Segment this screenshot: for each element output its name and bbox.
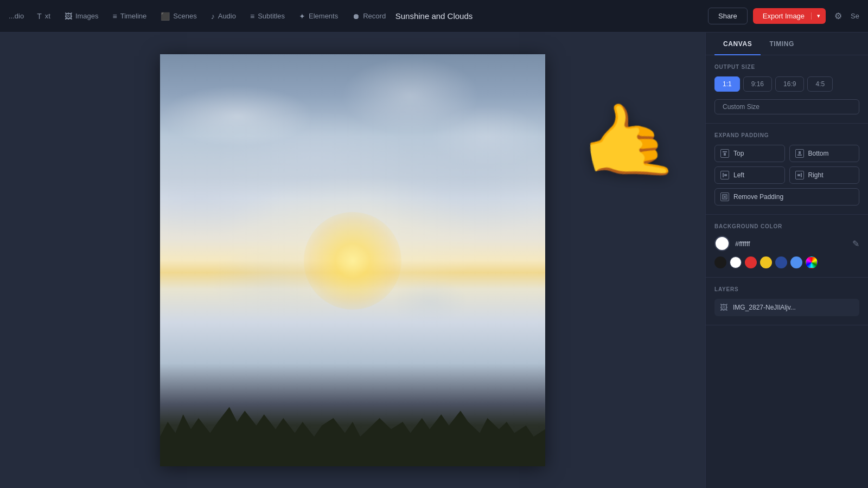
padding-btn-remove[interactable]: Remove Padding: [714, 188, 859, 206]
size-buttons: 1:1 9:16 16:9 4:5: [714, 76, 859, 92]
size-btn-1-1[interactable]: 1:1: [714, 76, 740, 92]
images-icon: 🖼: [65, 12, 72, 21]
swatch-yellow[interactable]: [760, 256, 772, 268]
output-size-label: OUTPUT SIZE: [714, 64, 859, 70]
padding-btn-left[interactable]: Left: [714, 166, 785, 184]
layers-label: LAYERS: [714, 286, 859, 292]
svg-rect-5: [724, 174, 727, 176]
size-btn-4-5[interactable]: 4:5: [807, 76, 833, 92]
nav-item-text[interactable]: T xt: [30, 9, 57, 24]
swatch-red[interactable]: [745, 256, 757, 268]
padding-bottom-icon: [795, 149, 804, 158]
expand-padding-section: EXPAND PADDING Top Bottom: [706, 124, 868, 215]
custom-size-button[interactable]: Custom Size: [714, 99, 859, 114]
size-btn-16-9[interactable]: 16:9: [775, 76, 804, 92]
background-color-section: BACKGROUND COLOR #ffffff ✎: [706, 215, 868, 278]
svg-rect-3: [797, 155, 802, 156]
size-btn-9-16[interactable]: 9:16: [743, 76, 772, 92]
tab-canvas[interactable]: CANVAS: [714, 33, 761, 55]
swatch-white[interactable]: [730, 256, 742, 268]
nav-label-timeline: Timeline: [120, 12, 147, 20]
current-color-swatch[interactable]: [714, 236, 730, 251]
text-icon: T: [37, 12, 42, 21]
layer-item[interactable]: 🖼 IMG_2827-NeJIlAljv...: [714, 299, 859, 316]
main: 🤙 CANVAS TIMING OUTPUT SIZE 1:1 9:16 16:…: [0, 33, 868, 488]
export-chevron-icon[interactable]: ▾: [811, 12, 826, 20]
nav-label-record: Record: [363, 12, 386, 20]
padding-top-label: Top: [733, 150, 744, 157]
nav-item-elements[interactable]: ✦ Elements: [292, 9, 344, 24]
svg-rect-0: [723, 151, 727, 152]
expand-padding-label: EXPAND PADDING: [714, 132, 859, 138]
layer-name: IMG_2827-NeJIlAljv...: [733, 304, 796, 311]
app-name: ...dio: [9, 12, 24, 20]
nav-item-subtitles[interactable]: ≡ Subtitles: [244, 9, 291, 24]
right-panel: CANVAS TIMING OUTPUT SIZE 1:1 9:16 16:9 …: [705, 33, 868, 488]
svg-rect-1: [724, 153, 726, 156]
swatch-blue-dark[interactable]: [775, 256, 787, 268]
padding-right-icon: [795, 171, 804, 179]
audio-icon: ♪: [211, 12, 215, 21]
canvas-area[interactable]: 🤙: [0, 33, 705, 488]
header-nav: T xt 🖼 Images ≡ Timeline ⬛ Scenes ♪ Audi…: [30, 9, 392, 24]
nav-item-record[interactable]: ⏺ Record: [346, 9, 392, 24]
nav-item-images[interactable]: 🖼 Images: [58, 9, 105, 24]
emoji-overlay: 🤙: [573, 90, 682, 195]
svg-rect-6: [797, 174, 800, 176]
nav-item-scenes[interactable]: ⬛ Scenes: [154, 9, 203, 24]
padding-left-icon: [720, 171, 729, 179]
nav-label-scenes: Scenes: [173, 12, 196, 20]
export-label: Export Image: [763, 12, 811, 20]
bg-color-label: BACKGROUND COLOR: [714, 223, 859, 229]
swatch-black[interactable]: [714, 256, 726, 268]
export-button[interactable]: Export Image ▾: [753, 8, 826, 24]
nav-label-text: xt: [45, 12, 50, 20]
header: ...dio T xt 🖼 Images ≡ Timeline ⬛ Scenes…: [0, 0, 868, 33]
share-button[interactable]: Share: [708, 8, 748, 24]
padding-btn-right[interactable]: Right: [789, 166, 860, 184]
elements-icon: ✦: [299, 12, 305, 21]
sun-glow: [304, 212, 401, 310]
header-left: ...dio T xt 🖼 Images ≡ Timeline ⬛ Scenes…: [9, 9, 392, 24]
settings-icon[interactable]: ⚙: [831, 8, 845, 24]
header-right: Share Export Image ▾ ⚙ Se: [708, 8, 859, 24]
nav-item-audio[interactable]: ♪ Audio: [205, 9, 242, 24]
padding-btn-bottom[interactable]: Bottom: [789, 145, 860, 162]
padding-bottom-label: Bottom: [808, 150, 829, 157]
color-row: #ffffff ✎: [714, 236, 859, 251]
padding-left-label: Left: [733, 171, 744, 179]
canvas-image: [160, 54, 545, 466]
swatch-blue-light[interactable]: [790, 256, 802, 268]
nav-item-timeline[interactable]: ≡ Timeline: [106, 9, 154, 24]
se-label: Se: [851, 12, 859, 20]
svg-rect-7: [801, 173, 802, 177]
padding-top-icon: [720, 149, 729, 158]
canvas-image-wrapper: 🤙: [160, 54, 545, 466]
nav-label-elements: Elements: [309, 12, 338, 20]
tab-timing[interactable]: TIMING: [761, 33, 803, 55]
record-icon: ⏺: [352, 12, 360, 21]
layers-section: LAYERS 🖼 IMG_2827-NeJIlAljv...: [706, 278, 868, 325]
padding-right-label: Right: [808, 171, 824, 179]
output-size-section: OUTPUT SIZE 1:1 9:16 16:9 4:5 Custom Siz…: [706, 55, 868, 124]
nav-label-subtitles: Subtitles: [258, 12, 285, 20]
scenes-icon: ⬛: [161, 12, 170, 21]
subtitles-icon: ≡: [250, 12, 254, 21]
color-hex-value: #ffffff: [735, 240, 750, 248]
svg-rect-2: [799, 151, 801, 154]
svg-rect-4: [723, 173, 724, 177]
page-title: Sunshine and Clouds: [395, 11, 473, 21]
padding-btn-top[interactable]: Top: [714, 145, 785, 162]
panel-tabs: CANVAS TIMING: [706, 33, 868, 55]
padding-remove-label: Remove Padding: [733, 193, 783, 201]
timeline-icon: ≡: [113, 12, 117, 21]
swatch-rainbow[interactable]: [806, 256, 818, 268]
padding-grid: Top Bottom Left: [714, 145, 859, 206]
nav-label-audio: Audio: [218, 12, 236, 20]
color-swatches: [714, 256, 859, 268]
nav-label-images: Images: [75, 12, 99, 20]
eyedropper-icon[interactable]: ✎: [852, 239, 859, 249]
padding-remove-icon: [720, 192, 729, 201]
layer-image-icon: 🖼: [720, 303, 727, 312]
